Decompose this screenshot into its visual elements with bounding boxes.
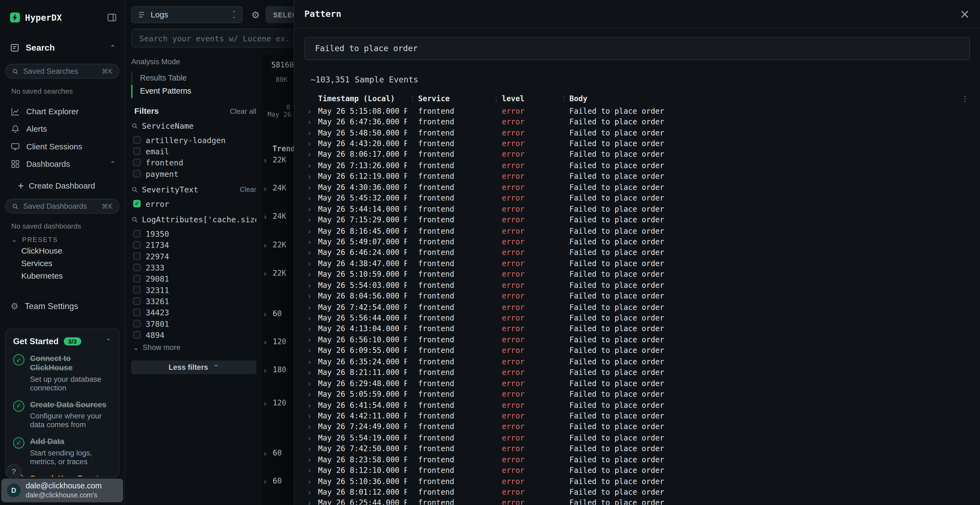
col-service[interactable]: Service (418, 94, 490, 103)
chevron-right-icon[interactable]: › (264, 366, 267, 374)
checkbox[interactable] (133, 230, 141, 238)
event-row[interactable]: ›May 26 5:15:08.000 PMfrontenderrorFaile… (304, 106, 970, 116)
filter-checkbox-item[interactable]: 21734 (131, 239, 256, 250)
expand-row-icon[interactable]: › (304, 161, 318, 170)
filter-checkbox-item[interactable]: 33261 (131, 295, 256, 306)
expand-row-icon[interactable]: › (304, 270, 318, 279)
collapse-sidebar-icon[interactable] (107, 13, 117, 22)
get-started-item[interactable]: ✓Create Data SourcesConfigure where your… (13, 400, 111, 429)
chevron-right-icon[interactable]: › (264, 310, 267, 318)
event-row[interactable]: ›May 26 5:54:03.000 PMfrontenderrorFaile… (304, 280, 970, 291)
event-row[interactable]: ›May 26 5:05:59.000 PMfrontenderrorFaile… (304, 389, 970, 400)
preset-item-clickhouse[interactable]: ClickHouse (0, 245, 124, 257)
mode-event-patterns[interactable]: Event Patterns (131, 85, 256, 98)
expand-row-icon[interactable]: › (304, 150, 318, 159)
filter-checkbox-item[interactable]: 34423 (131, 306, 256, 318)
event-row[interactable]: ›May 26 5:49:07.000 PMfrontenderrorFaile… (304, 236, 970, 247)
chevron-up-icon[interactable]: ⌃ (106, 338, 111, 345)
chevron-right-icon[interactable]: › (264, 449, 267, 457)
event-row[interactable]: ›May 26 5:10:36.000 PMfrontenderrorFaile… (304, 476, 970, 487)
expand-row-icon[interactable]: › (304, 346, 318, 355)
expand-row-icon[interactable]: › (304, 248, 318, 257)
filter-checkbox-item[interactable]: 37801 (131, 318, 256, 329)
pattern-row[interactable]: ›120 (264, 337, 286, 347)
event-row[interactable]: ›May 26 7:24:49.000 PMfrontenderrorFaile… (304, 421, 970, 432)
expand-row-icon[interactable]: › (304, 466, 318, 475)
checkbox[interactable] (133, 136, 141, 144)
less-filters-button[interactable]: Less filters ⌃ (131, 360, 256, 375)
event-row[interactable]: ›May 26 8:06:17.000 PMfrontenderrorFaile… (304, 149, 970, 160)
expand-row-icon[interactable]: › (304, 335, 318, 344)
filter-checkbox-item[interactable]: 22974 (131, 251, 256, 262)
expand-row-icon[interactable]: › (304, 216, 318, 224)
expand-row-icon[interactable]: › (304, 368, 318, 377)
expand-row-icon[interactable]: › (304, 357, 318, 366)
chevron-right-icon[interactable]: › (264, 477, 267, 485)
chevron-right-icon[interactable]: › (264, 399, 267, 407)
filter-checkbox-item[interactable]: payment (131, 168, 256, 179)
expand-row-icon[interactable]: › (304, 237, 318, 246)
event-row[interactable]: ›May 26 6:09:55.000 PMfrontenderrorFaile… (304, 345, 970, 356)
col-timestamp[interactable]: Timestamp (Local) (318, 94, 407, 103)
filter-checkbox-item[interactable]: ✓error (131, 198, 256, 209)
chevron-right-icon[interactable]: › (264, 338, 267, 346)
pattern-row[interactable]: ›22K (264, 240, 286, 250)
source-settings-button[interactable]: ⚙ (247, 6, 264, 23)
expand-row-icon[interactable]: › (304, 303, 318, 311)
expand-row-icon[interactable]: › (304, 314, 318, 322)
saved-searches-input[interactable] (23, 67, 97, 76)
checkbox[interactable] (133, 148, 141, 155)
expand-row-icon[interactable]: › (304, 499, 318, 505)
expand-row-icon[interactable]: › (304, 172, 318, 181)
table-menu-icon[interactable]: ⋮ (953, 94, 970, 103)
close-icon[interactable]: × (959, 8, 970, 20)
event-row[interactable]: ›May 26 5:44:14.000 PMfrontenderrorFaile… (304, 203, 970, 214)
chevron-right-icon[interactable]: › (264, 184, 267, 192)
filter-clear-link[interactable]: Clear (240, 186, 256, 193)
checkbox[interactable] (133, 308, 141, 316)
expand-row-icon[interactable]: › (304, 477, 318, 486)
create-dashboard-button[interactable]: + Create Dashboard (18, 181, 95, 191)
filter-checkbox-item[interactable]: frontend (131, 157, 256, 168)
checkbox[interactable] (133, 170, 141, 178)
pattern-row[interactable]: ›180 (264, 365, 286, 375)
event-row[interactable]: ›May 26 8:21:11.000 PMfrontenderrorFaile… (304, 367, 970, 378)
column-resize-handle[interactable]: ⋮ (558, 95, 569, 103)
sidebar-item-team-settings[interactable]: ⚙ Team Settings (0, 297, 124, 315)
expand-row-icon[interactable]: › (304, 434, 318, 442)
filter-checkbox-item[interactable]: artillery-loadgen (131, 134, 256, 146)
event-row[interactable]: ›May 26 5:48:50.000 PMfrontenderrorFaile… (304, 127, 970, 138)
filter-checkbox-item[interactable]: 29081 (131, 273, 256, 284)
event-row[interactable]: ›May 26 4:43:20.000 PMfrontenderrorFaile… (304, 138, 970, 149)
get-started-item[interactable]: ✓Connect to ClickHouseSet up your databa… (13, 354, 111, 392)
expand-row-icon[interactable]: › (304, 444, 318, 453)
help-button[interactable]: ? (6, 464, 21, 479)
col-body[interactable]: Body (570, 94, 953, 103)
pattern-row[interactable]: ›60 (264, 476, 282, 486)
saved-dashboards-input[interactable] (23, 202, 97, 211)
pattern-row[interactable]: ›120 (264, 398, 286, 408)
expand-row-icon[interactable]: › (304, 183, 318, 192)
pattern-row[interactable]: ›24K (264, 183, 286, 193)
pattern-row[interactable]: ›22K (264, 155, 286, 165)
filter-checkbox-item[interactable]: email (131, 146, 256, 157)
checkbox[interactable] (133, 264, 141, 271)
filter-checkbox-item[interactable]: 19350 (131, 228, 256, 239)
checkbox[interactable] (133, 275, 141, 283)
chevron-up-icon[interactable]: ⌃ (110, 44, 116, 51)
pattern-row[interactable]: ›22K (264, 268, 286, 278)
checkbox[interactable] (133, 252, 141, 260)
column-resize-handle[interactable]: ⋮ (490, 95, 502, 103)
event-row[interactable]: ›May 26 6:56:10.000 PMfrontenderrorFaile… (304, 334, 970, 345)
expand-row-icon[interactable]: › (304, 281, 318, 290)
event-row[interactable]: ›May 26 5:56:44.000 PMfrontenderrorFaile… (304, 313, 970, 324)
expand-row-icon[interactable]: › (304, 379, 318, 388)
event-row[interactable]: ›May 26 8:16:45.000 PMfrontenderrorFaile… (304, 225, 970, 236)
preset-item-services[interactable]: Services (0, 257, 124, 270)
expand-row-icon[interactable]: › (304, 292, 318, 301)
col-level[interactable]: level (502, 94, 558, 103)
chevron-right-icon[interactable]: › (264, 269, 267, 277)
event-row[interactable]: ›May 26 7:15:29.000 PMfrontenderrorFaile… (304, 214, 970, 225)
event-row[interactable]: ›May 26 6:29:48.000 PMfrontenderrorFaile… (304, 378, 970, 389)
preset-item-kubernetes[interactable]: Kubernetes (0, 270, 124, 283)
